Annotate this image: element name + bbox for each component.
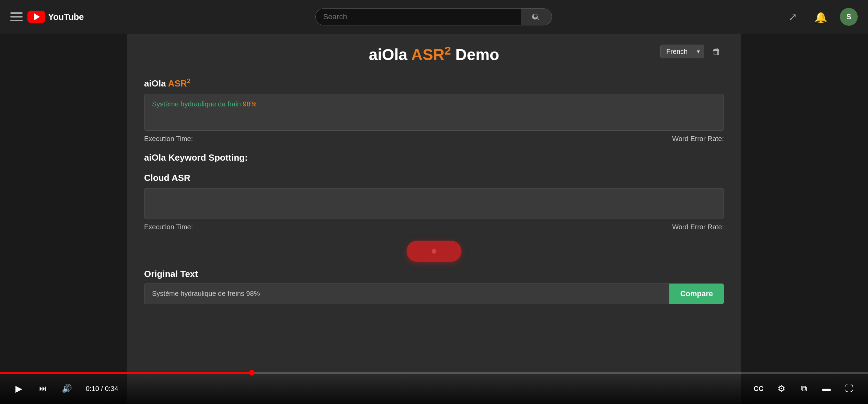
asru2-section: aiOla ASR2 Système hydraulique da frain …	[144, 78, 724, 143]
cloud-section-title: Cloud ASR	[144, 173, 724, 183]
search-input[interactable]	[315, 8, 521, 25]
asru2-metrics-row: Execution Time: Word Error Rate:	[144, 135, 724, 143]
search-box	[315, 8, 552, 25]
theater-button[interactable]: ▬	[818, 380, 835, 397]
youtube-red-icon	[27, 11, 45, 23]
time-display: 0:10 / 0:34	[86, 385, 118, 393]
cloud-metrics-row: Execution Time: Word Error Rate:	[144, 223, 724, 231]
topbar-icons: ⤢ 🔔 S	[784, 8, 858, 26]
right-controls: CC ⚙ ⧉ ▬ ⛶	[750, 380, 858, 397]
next-button[interactable]: ⏭	[34, 380, 51, 397]
asru2-u2-label: 2	[187, 78, 190, 84]
demo-content: aiOla ASR2 Demo French English Arabic Sp…	[127, 34, 741, 404]
hamburger-icon[interactable]	[10, 12, 23, 21]
original-text-input[interactable]	[144, 284, 669, 304]
youtube-wordmark: YouTube	[48, 12, 84, 22]
asru2-asr-label: ASR	[168, 78, 187, 89]
expand-icon[interactable]: ⤢	[784, 8, 801, 26]
avatar[interactable]: S	[840, 8, 858, 26]
cloud-asr-section: Cloud ASR Execution Time: Word Error Rat…	[144, 173, 724, 231]
title-ola: Ola	[382, 46, 411, 64]
fullscreen-button[interactable]: ⛶	[841, 380, 858, 397]
demo-title: aiOla ASR2 Demo	[144, 44, 724, 64]
title-ai: ai	[369, 46, 382, 64]
clear-button[interactable]: 🗑	[709, 44, 724, 59]
settings-button[interactable]: ⚙	[773, 380, 790, 397]
asru2-result-green: Système hydraulique da frain	[152, 100, 243, 108]
cloud-exec-time-label: Execution Time:	[144, 223, 193, 231]
lang-toolbar: French English Arabic Spanish 🗑	[660, 44, 724, 59]
original-section-title: Original Text	[144, 269, 724, 279]
title-u2: 2	[445, 44, 451, 57]
notification-bell-icon[interactable]: 🔔	[812, 8, 830, 26]
play-pause-button[interactable]: ▶	[10, 380, 27, 397]
logo-area: YouTube	[10, 11, 84, 23]
keyword-section-title: aiOla Keyword Spotting:	[144, 152, 724, 163]
record-btn-container	[144, 241, 724, 262]
compare-button[interactable]: Compare	[669, 284, 724, 304]
lang-select-wrapper: French English Arabic Spanish	[660, 45, 704, 58]
asru2-wer-label: Word Error Rate:	[672, 135, 724, 143]
search-area	[84, 8, 784, 25]
video-controls: ▶ ⏭ 🔊 0:10 / 0:34 CC ⚙ ⧉ ▬ ⛶	[0, 373, 868, 404]
video-player[interactable]: aiOla ASR2 Demo French English Arabic Sp…	[0, 34, 868, 404]
demo-inner: aiOla ASR2 Demo French English Arabic Sp…	[127, 34, 741, 314]
original-input-row: Compare	[144, 284, 724, 304]
original-section: Original Text Compare	[144, 269, 724, 304]
title-demo: Demo	[451, 46, 500, 64]
time-separator: /	[101, 385, 105, 392]
subtitles-button[interactable]: CC	[750, 380, 767, 397]
asru2-result-orange: 98%	[243, 100, 257, 108]
video-sidebar-right	[741, 34, 868, 404]
youtube-topbar: YouTube ⤢ 🔔 S	[0, 0, 868, 34]
total-time: 0:34	[105, 385, 118, 392]
cloud-wer-label: Word Error Rate:	[672, 223, 724, 231]
cloud-result-box	[144, 188, 724, 219]
youtube-logo[interactable]: YouTube	[27, 11, 84, 23]
search-icon	[532, 12, 541, 21]
record-icon	[432, 249, 436, 254]
miniplayer-button[interactable]: ⧉	[795, 380, 812, 397]
asru2-exec-time-label: Execution Time:	[144, 135, 193, 143]
volume-button[interactable]: 🔊	[58, 380, 75, 397]
video-container: aiOla ASR2 Demo French English Arabic Sp…	[0, 34, 868, 404]
video-sidebar-left	[0, 34, 127, 404]
record-button[interactable]	[407, 241, 461, 262]
title-asr: ASR	[411, 46, 444, 64]
asru2-section-title: aiOla ASR2	[144, 78, 724, 89]
current-time: 0:10	[86, 385, 99, 392]
keyword-section: aiOla Keyword Spotting:	[144, 152, 724, 163]
asru2-result-box: Système hydraulique da frain 98%	[144, 94, 724, 131]
language-select[interactable]: French English Arabic Spanish	[660, 45, 704, 58]
search-button[interactable]	[521, 8, 552, 25]
